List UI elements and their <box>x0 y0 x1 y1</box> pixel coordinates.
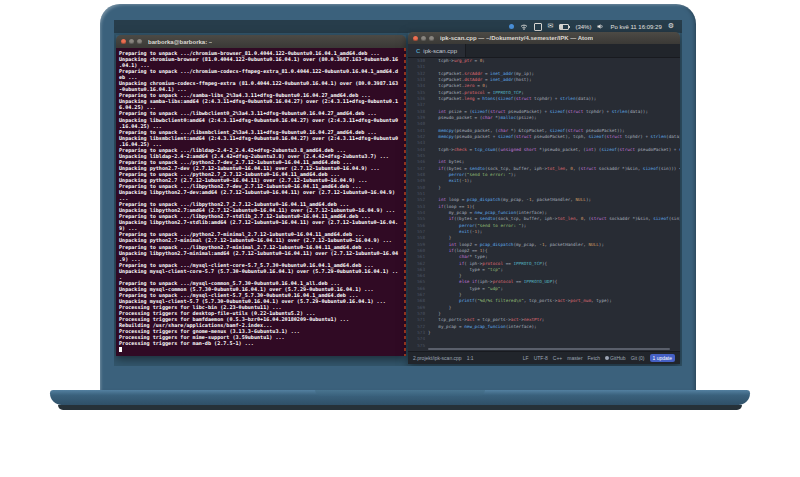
editor-code: tcph->urg_ptr = 0; tcpPacket.srcAddr = i… <box>428 58 680 351</box>
tab-label: ipk-scan.cpp <box>423 48 457 54</box>
status-cursor-position[interactable]: 1:1 <box>467 355 474 361</box>
atom-title: ipk-scan.cpp — ~/Dokumenty/4.semester/IP… <box>440 35 593 41</box>
status-bar: 2.projekt/ipk-scan.cpp 1:1 LF UTF-8 C++ … <box>408 351 680 364</box>
laptop-shadow <box>58 405 742 410</box>
editor-gutter: 530 531 532 533 534 535 536 537 538 539 … <box>408 58 428 351</box>
laptop-screen: ✉ (34%) Po kvě 11 16:09:29 ⚙ barborka@ba… <box>114 20 682 366</box>
page: ✉ (34%) Po kvě 11 16:09:29 ⚙ barborka@ba… <box>0 0 800 477</box>
battery-icon[interactable] <box>559 24 569 30</box>
tab-ipk-scan[interactable]: C ipk-scan.cpp <box>408 44 466 57</box>
bluetooth-icon[interactable] <box>509 24 514 29</box>
clock[interactable]: Po kvě 11 16:09:29 <box>610 24 661 30</box>
atom-window: ipk-scan.cpp — ~/Dokumenty/4.semester/IP… <box>408 32 680 364</box>
c-file-icon: C <box>416 48 420 54</box>
session-gear-icon[interactable]: ⚙ <box>668 23 674 30</box>
status-file-path[interactable]: 2.projekt/ipk-scan.cpp <box>413 355 462 361</box>
minimize-button[interactable] <box>129 39 134 44</box>
terminal-titlebar[interactable]: barborka@barborka: ~ <box>116 35 406 48</box>
maximize-button[interactable] <box>429 36 434 41</box>
maximize-button[interactable] <box>137 39 142 44</box>
status-line-ending[interactable]: LF <box>523 355 529 361</box>
mail-icon[interactable]: ✉ <box>548 23 554 30</box>
minimize-button[interactable] <box>421 36 426 41</box>
status-encoding[interactable]: UTF-8 <box>534 355 548 361</box>
battery-label: (34%) <box>575 24 591 30</box>
volume-icon[interactable] <box>597 23 604 30</box>
laptop-base <box>50 390 750 405</box>
github-icon <box>605 356 609 360</box>
terminal-title: barborka@barborka: ~ <box>148 39 212 45</box>
input-indicator-icon[interactable] <box>534 23 542 31</box>
laptop-base-notch <box>315 390 485 396</box>
terminal-cursor <box>119 347 122 352</box>
tab-bar: C ipk-scan.cpp <box>408 44 680 58</box>
status-language[interactable]: C++ <box>553 355 562 361</box>
laptop-lid: ✉ (34%) Po kvě 11 16:09:29 ⚙ barborka@ba… <box>100 4 696 390</box>
close-button[interactable] <box>121 39 126 44</box>
terminal-window: barborka@barborka: ~ Preparing to unpack… <box>116 35 406 356</box>
terminal-output: Preparing to unpack .../chromium-browser… <box>119 50 403 346</box>
close-button[interactable] <box>413 36 418 41</box>
terminal-scrollbar[interactable] <box>404 48 406 356</box>
wifi-icon[interactable] <box>520 24 528 30</box>
horizontal-scrollbar[interactable] <box>428 348 670 350</box>
update-badge[interactable]: 1 update <box>650 354 675 362</box>
atom-titlebar[interactable]: ipk-scan.cpp — ~/Dokumenty/4.semester/IP… <box>408 32 680 44</box>
status-git-changes[interactable]: Git (0) <box>631 355 645 361</box>
status-git-branch[interactable]: master <box>567 355 582 361</box>
status-fetch[interactable]: Fetch <box>588 355 601 361</box>
terminal-body[interactable]: Preparing to unpack .../chromium-browser… <box>116 48 406 356</box>
editor-pane[interactable]: 530 531 532 533 534 535 536 537 538 539 … <box>408 58 680 351</box>
status-github[interactable]: GitHub <box>605 355 626 361</box>
